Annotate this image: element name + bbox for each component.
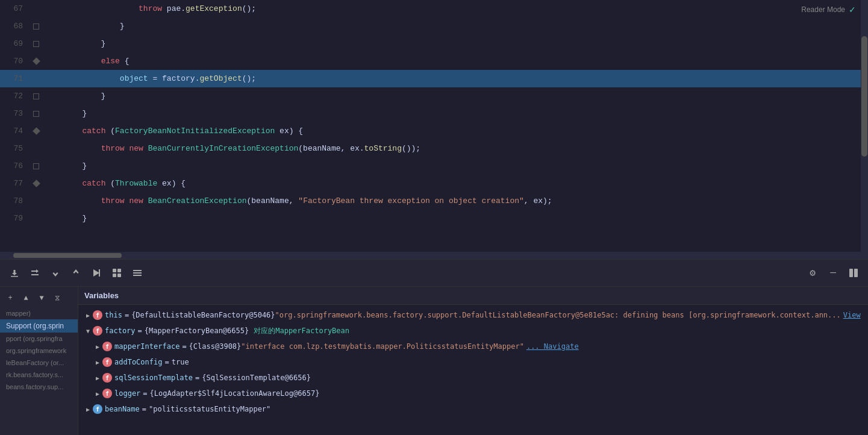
line-content: throw new BeanCreationException(beanName… bbox=[42, 192, 868, 210]
line-number: 68 bbox=[0, 17, 30, 35]
var-name: this bbox=[105, 311, 122, 319]
line-content: } bbox=[42, 17, 868, 35]
sidebar-item-beans[interactable]: rk.beans.factory.s... bbox=[0, 369, 78, 381]
h-scrollbar-thumb[interactable] bbox=[13, 253, 122, 258]
sidebar-item-support[interactable]: Support (org.sprin bbox=[0, 319, 78, 333]
line-content: catch (Throwable ex) { bbox=[42, 175, 868, 192]
editor-area: Reader Mode ✓ 67 throw pae.getException(… bbox=[0, 0, 868, 259]
var-name: logger bbox=[114, 389, 140, 398]
svg-rect-7 bbox=[133, 272, 142, 274]
columns-button[interactable] bbox=[845, 264, 862, 281]
var-value: {Class@3908} bbox=[189, 342, 242, 351]
down-button[interactable]: ▼ bbox=[35, 292, 48, 305]
line-content: } bbox=[42, 157, 868, 175]
up-button[interactable]: ▲ bbox=[19, 292, 33, 305]
var-link[interactable]: View bbox=[843, 311, 861, 319]
minimize-button[interactable]: — bbox=[825, 264, 841, 281]
settings-icon: ⚙ bbox=[810, 267, 816, 279]
svg-rect-0 bbox=[11, 276, 18, 277]
line-number: 77 bbox=[0, 175, 30, 192]
toolbar: ⚙ — bbox=[0, 259, 868, 287]
code-line: 70 else { bbox=[0, 52, 868, 70]
h-scrollbar-track[interactable] bbox=[1, 253, 867, 258]
variable-row: ▶fsqlSessionTemplate={SqlSessionTemplate… bbox=[78, 370, 868, 386]
line-number: 79 bbox=[0, 210, 30, 227]
line-content: object = factory.getObject(); bbox=[42, 70, 868, 87]
var-value: "politicsstatusEntityMapper" bbox=[149, 405, 270, 413]
code-line: 69 } bbox=[0, 35, 868, 52]
step-over-button[interactable] bbox=[27, 264, 43, 281]
add-button[interactable]: + bbox=[4, 292, 17, 305]
line-number: 72 bbox=[0, 87, 30, 105]
filter-button[interactable]: ⧖ bbox=[51, 292, 64, 305]
download-icon[interactable] bbox=[6, 264, 23, 281]
expand-arrow[interactable]: ▶ bbox=[83, 406, 93, 413]
line-number: 76 bbox=[0, 157, 30, 175]
line-number: 73 bbox=[0, 105, 30, 122]
svg-rect-3 bbox=[117, 269, 121, 272]
svg-rect-1 bbox=[99, 269, 100, 277]
variable-row: ▶fthis={DefaultListableBeanFactory@5046}… bbox=[78, 307, 868, 323]
sidebar-item-framework[interactable]: org.springframework bbox=[0, 345, 78, 357]
variables-main: Variables ▶fthis={DefaultListableBeanFac… bbox=[78, 287, 868, 435]
variable-row: ▼ffactory={MapperFactoryBean@6655}对应的Map… bbox=[78, 323, 868, 339]
sidebar-item-factory[interactable]: leBeanFactory (or... bbox=[0, 357, 78, 369]
var-link[interactable]: ... Navigate bbox=[526, 342, 579, 351]
step-out-button[interactable] bbox=[67, 264, 84, 281]
svg-rect-8 bbox=[133, 275, 142, 276]
line-content: } bbox=[42, 35, 868, 52]
variable-row: ▶fmapperInterface={Class@3908} "interfac… bbox=[78, 339, 868, 354]
expand-arrow[interactable]: ▶ bbox=[83, 312, 93, 319]
line-gutter bbox=[30, 210, 42, 227]
code-container: 67 throw pae.getException();68 }69 }70 e… bbox=[0, 0, 868, 252]
variables-header: Variables bbox=[78, 287, 868, 305]
line-number: 67 bbox=[0, 0, 30, 17]
var-value: {MapperFactoryBean@6655} bbox=[145, 327, 249, 335]
line-content: throw new BeanCurrentlyInCreationExcepti… bbox=[42, 140, 868, 157]
expand-arrow[interactable]: ▶ bbox=[93, 390, 102, 397]
code-line: 77 catch (Throwable ex) { bbox=[0, 175, 868, 192]
code-line: 74 catch (FactoryBeanNotInitializedExcep… bbox=[0, 122, 868, 140]
expand-arrow[interactable]: ▶ bbox=[93, 359, 102, 366]
svg-rect-4 bbox=[113, 274, 116, 277]
h-scrollbar[interactable] bbox=[0, 252, 868, 259]
variables-title: Variables bbox=[84, 291, 119, 300]
run-to-cursor-button[interactable] bbox=[88, 264, 105, 281]
code-line: 67 throw pae.getException(); bbox=[0, 0, 868, 17]
expand-arrow[interactable]: ▶ bbox=[93, 375, 102, 381]
line-gutter bbox=[30, 17, 42, 35]
line-content: } bbox=[42, 105, 868, 122]
code-line: 73 } bbox=[0, 105, 868, 122]
var-name: beanName bbox=[105, 405, 140, 413]
list-icon[interactable] bbox=[129, 264, 146, 281]
line-number: 74 bbox=[0, 122, 30, 140]
var-name: mapperInterface bbox=[114, 342, 180, 351]
var-name: factory bbox=[105, 327, 136, 335]
expand-arrow[interactable]: ▶ bbox=[93, 343, 102, 350]
code-line: 78 throw new BeanCreationException(beanN… bbox=[0, 192, 868, 210]
sidebar-item-pport[interactable]: pport (org.springfra bbox=[0, 333, 78, 345]
expand-arrow[interactable]: ▼ bbox=[83, 328, 93, 334]
variable-row: ▶fbeanName="politicsstatusEntityMapper" bbox=[78, 401, 868, 417]
settings-button[interactable]: ⚙ bbox=[804, 264, 821, 281]
variables-sidebar: + ▲ ▼ ⧖ mapper)Support (org.sprinpport (… bbox=[0, 287, 78, 435]
table-icon[interactable] bbox=[108, 264, 125, 281]
var-value: true bbox=[172, 358, 189, 366]
svg-rect-10 bbox=[854, 269, 858, 277]
editor-scrollbar[interactable] bbox=[861, 0, 868, 259]
var-type-icon: f bbox=[102, 357, 112, 367]
sidebar-item-mapper[interactable]: mapper) bbox=[0, 307, 78, 319]
sidebar-item-beans2[interactable]: beans.factory.sup... bbox=[0, 381, 78, 393]
line-gutter bbox=[30, 35, 42, 52]
var-type-icon: f bbox=[93, 326, 102, 336]
scrollbar-thumb[interactable] bbox=[861, 36, 867, 157]
code-line: 68 } bbox=[0, 17, 868, 35]
var-name: sqlSessionTemplate bbox=[114, 374, 193, 382]
line-content: catch (FactoryBeanNotInitializedExceptio… bbox=[42, 122, 868, 140]
var-type-icon: f bbox=[93, 310, 102, 320]
line-number: 75 bbox=[0, 140, 30, 157]
code-line: 76 } bbox=[0, 157, 868, 175]
code-line: 75 throw new BeanCurrentlyInCreationExce… bbox=[0, 140, 868, 157]
step-into-button[interactable] bbox=[47, 264, 64, 281]
line-content: else { bbox=[42, 52, 868, 70]
